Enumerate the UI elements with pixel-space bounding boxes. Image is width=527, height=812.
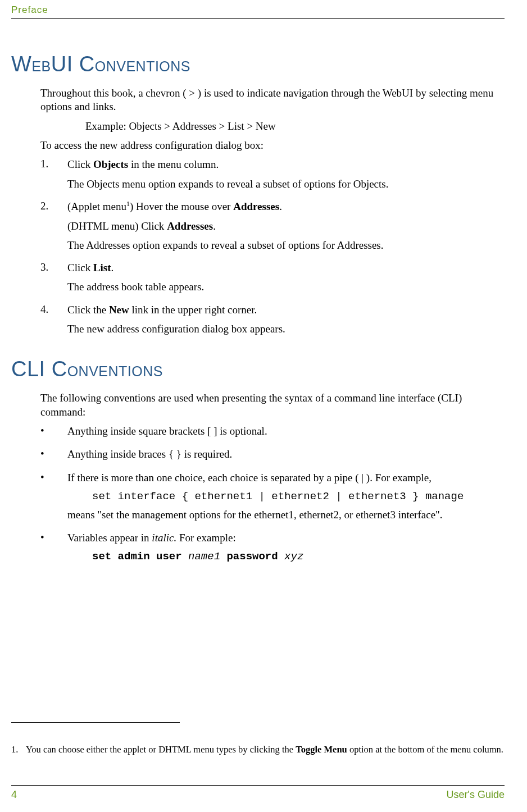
running-head-preface: Preface <box>11 4 505 16</box>
footnote-block: 1. You can choose either the applet or D… <box>11 722 505 756</box>
footnote-number: 1. <box>11 744 26 756</box>
bullet-icon: • <box>40 471 67 527</box>
step-body: Click Objects in the menu column. The Ob… <box>67 158 505 197</box>
bullet-icon: • <box>40 531 67 564</box>
webui-intro: Throughout this book, a chevron ( > ) is… <box>40 86 505 114</box>
webui-example: Example: Objects > Addresses > List > Ne… <box>85 120 505 133</box>
footnote-body: You can choose either the applet or DHTM… <box>26 744 503 756</box>
bullet-body: If there is more than one choice, each c… <box>67 471 505 527</box>
step-4: 4. Click the New link in the upper right… <box>40 303 505 342</box>
webui-steps: 1. Click Objects in the menu column. The… <box>40 158 505 341</box>
step-2: 2. (Applet menu1) Hover the mouse over A… <box>40 200 505 258</box>
bullet-body: Variables appear in italic. For example:… <box>67 531 505 564</box>
page: Preface WEBUI CONVENTIONS Throughout thi… <box>0 0 527 812</box>
step-number: 3. <box>40 261 67 300</box>
footer-rule <box>11 785 505 786</box>
webui-to-access: To access the new address configuration … <box>40 139 505 152</box>
step-number: 2. <box>40 200 67 258</box>
cli-bullets: • Anything inside square brackets [ ] is… <box>40 425 505 564</box>
footnote-1: 1. You can choose either the applet or D… <box>11 744 505 756</box>
step-number: 1. <box>40 158 67 197</box>
step-1: 1. Click Objects in the menu column. The… <box>40 158 505 197</box>
step-body: (Applet menu1) Hover the mouse over Addr… <box>67 200 505 258</box>
heading-webui-conventions: WEBUI CONVENTIONS <box>11 52 505 76</box>
bullet-optional: • Anything inside square brackets [ ] is… <box>40 425 505 444</box>
bullet-body: Anything inside braces { } is required. <box>67 448 505 467</box>
heading-cli-conventions: CLI CONVENTIONS <box>11 357 505 381</box>
webui-section-body: Throughout this book, a chevron ( > ) is… <box>40 86 505 341</box>
bullet-pipe: • If there is more than one choice, each… <box>40 471 505 527</box>
code-set-interface: set interface { ethernet1 | ethernet2 | … <box>92 490 505 504</box>
step-number: 4. <box>40 303 67 342</box>
page-footer: 4 User's Guide <box>11 781 505 801</box>
header-rule <box>11 18 505 19</box>
bullet-required: • Anything inside braces { } is required… <box>40 448 505 467</box>
step-body: Click List. The address book table appea… <box>67 261 505 300</box>
cli-intro: The following conventions are used when … <box>40 391 505 419</box>
step-body: Click the New link in the upper right co… <box>67 303 505 342</box>
bullet-body: Anything inside square brackets [ ] is o… <box>67 425 505 444</box>
page-number: 4 <box>11 789 17 801</box>
code-set-admin-user: set admin user name1 password xyz <box>92 550 505 564</box>
footer-row: 4 User's Guide <box>11 789 505 801</box>
bullet-icon: • <box>40 425 67 444</box>
footer-guide-label: User's Guide <box>447 789 505 801</box>
step-3: 3. Click List. The address book table ap… <box>40 261 505 300</box>
bullet-variables: • Variables appear in italic. For exampl… <box>40 531 505 564</box>
cli-section-body: The following conventions are used when … <box>40 391 505 564</box>
bullet-icon: • <box>40 448 67 467</box>
footnote-rule <box>11 722 180 723</box>
